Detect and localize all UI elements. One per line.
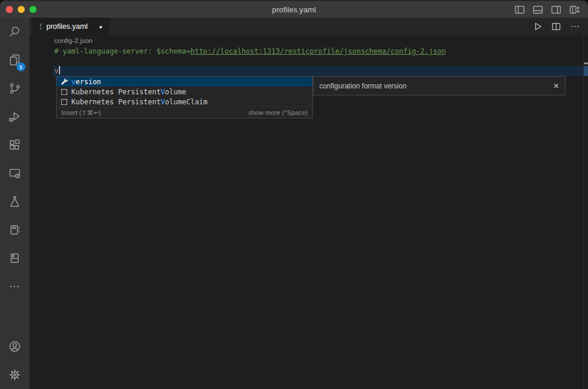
cursor-line-marker <box>584 66 588 76</box>
testing-flask-icon <box>8 194 22 209</box>
toggle-panel-button[interactable] <box>533 6 543 14</box>
toggle-primary-sidebar-button[interactable] <box>515 6 524 14</box>
vscode-window: profiles.yaml <box>0 0 588 389</box>
sidebar-item-settings[interactable] <box>0 361 29 389</box>
sidebar-item-accounts[interactable] <box>0 332 29 361</box>
explorer-badge: 1 <box>16 62 25 71</box>
suggest-widget: version Kubernetes PersistentVolume Kube… <box>56 76 313 118</box>
close-window-button[interactable] <box>6 6 13 13</box>
sidebar-item-extensions[interactable] <box>0 131 29 159</box>
suggestion-kubernetes-persistentvolumeclaim[interactable]: Kubernetes PersistentVolumeClaim <box>57 97 312 107</box>
property-kind-icon <box>59 78 70 85</box>
text-cursor <box>59 66 60 74</box>
suggestion-kubernetes-persistentvolume[interactable]: Kubernetes PersistentVolume <box>57 87 312 97</box>
sidebar-item-explorer[interactable]: 1 <box>0 46 29 74</box>
code-line-3: v <box>54 66 60 76</box>
remote-explorer-icon <box>8 166 22 180</box>
modified-line-marker <box>584 62 588 64</box>
window-title: profiles.yaml <box>0 5 588 14</box>
sidebar-item-run-debug[interactable] <box>0 103 29 131</box>
toggle-secondary-sidebar-button[interactable] <box>551 6 561 14</box>
sidebar-item-more-views[interactable]: ⋯ <box>0 272 29 301</box>
tab-label: profiles.yaml <box>47 22 88 31</box>
suggestion-text: Kubernetes Persistent <box>71 98 161 106</box>
snippet-kind-icon <box>59 89 70 95</box>
suggestion-text: Kubernetes Persistent <box>71 88 161 96</box>
layout-controls <box>515 6 588 14</box>
split-editor-button[interactable] <box>552 23 560 30</box>
editor-actions: ⋯ <box>534 18 588 35</box>
storage-icon <box>8 251 22 265</box>
suggest-status-bar: Insert (⇧⌘↩) show more (^Space) <box>57 107 312 118</box>
more-actions-icon[interactable]: ⋯ <box>570 21 579 32</box>
insert-hint: Insert (⇧⌘↩) <box>61 109 101 117</box>
overview-ruler[interactable] <box>583 35 588 389</box>
suggestion-match: V <box>161 88 165 96</box>
traffic-lights <box>0 6 37 13</box>
close-icon[interactable]: ✕ <box>553 82 559 90</box>
activity-bar: 1 <box>0 18 29 389</box>
extensions-icon <box>8 138 22 152</box>
notebook-icon <box>8 223 22 237</box>
customize-layout-icon <box>570 6 579 14</box>
settings-gear-icon <box>8 368 22 382</box>
split-editor-icon <box>552 23 560 30</box>
tab-modified-indicator[interactable]: ● <box>99 24 103 30</box>
show-more-hint: show more (^Space) <box>248 109 308 116</box>
suggestion-documentation: configuration format version <box>319 82 407 90</box>
toggle-primary-sidebar-icon <box>515 6 524 14</box>
tab-profiles-yaml[interactable]: ! profiles.yaml ● <box>32 18 109 35</box>
suggestion-version[interactable]: version <box>57 77 312 87</box>
typed-text: v <box>54 67 58 75</box>
sidebar-item-testing[interactable] <box>0 187 29 216</box>
schema-url-link[interactable]: http://localhost:1313/resticprofile/json… <box>190 47 445 55</box>
toggle-secondary-sidebar-icon <box>551 6 561 14</box>
more-views-icon: ⋯ <box>9 280 21 293</box>
sidebar-item-notebook[interactable] <box>0 216 29 244</box>
suggestion-match: V <box>161 98 165 106</box>
run-icon <box>534 22 542 31</box>
code-line-1: # yaml-language-server: $schema=http://l… <box>54 47 446 57</box>
breadcrumb-item-schema[interactable]: config-2.json <box>54 37 93 44</box>
suggestion-match: v <box>71 78 75 86</box>
minimize-window-button[interactable] <box>18 6 25 13</box>
toggle-panel-icon <box>533 6 543 14</box>
sidebar-item-storage[interactable] <box>0 244 29 272</box>
accounts-icon <box>8 339 22 354</box>
tab-bar: ! profiles.yaml ● ⋯ <box>29 18 588 35</box>
source-control-icon <box>8 81 22 95</box>
run-and-debug-icon <box>8 110 22 124</box>
title-bar: profiles.yaml <box>0 0 588 18</box>
sidebar-item-source-control[interactable] <box>0 74 29 103</box>
current-line-highlight <box>53 66 583 76</box>
suggest-details-panel: configuration format version ✕ <box>313 76 566 95</box>
yaml-language-server-comment: # yaml-language-server: $schema= <box>54 47 190 55</box>
breadcrumb: config-2.json <box>29 35 583 46</box>
sidebar-item-search[interactable] <box>0 18 29 46</box>
snippet-kind-icon <box>59 99 70 105</box>
suggestion-text: olume <box>165 88 186 96</box>
yaml-file-icon: ! <box>39 22 42 31</box>
customize-layout-button[interactable] <box>570 6 579 14</box>
search-icon <box>8 25 22 39</box>
suggestion-text: olumeClaim <box>165 98 207 106</box>
sidebar-item-remote-explorer[interactable] <box>0 159 29 187</box>
suggestion-text: ersion <box>75 78 101 86</box>
run-button[interactable] <box>534 22 542 31</box>
zoom-window-button[interactable] <box>29 6 37 13</box>
